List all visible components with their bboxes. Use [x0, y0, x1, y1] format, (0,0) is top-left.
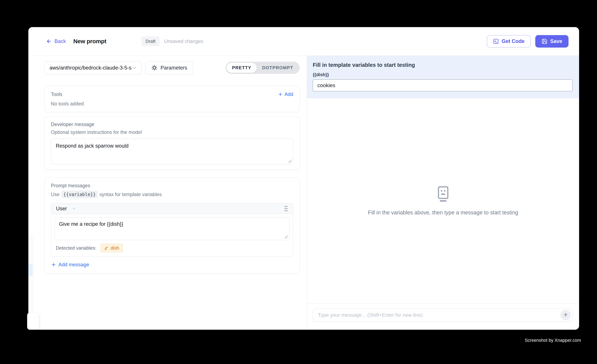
empty-state-text: Fill in the variables above, then type a… [368, 210, 518, 216]
model-row: aws/anthropic/bedrock-claude-3-5-s... Pa… [44, 61, 300, 74]
drag-handle[interactable] [283, 205, 289, 212]
model-selector[interactable]: aws/anthropic/bedrock-claude-3-5-s... [44, 61, 141, 74]
top-bar: Back New prompt Draft Unsaved changes Ge… [28, 27, 579, 56]
developer-message-textarea[interactable]: Respond as jack sparrow would [51, 139, 293, 164]
prompt-editor-panel: aws/anthropic/bedrock-claude-3-5-s... Pa… [28, 56, 307, 329]
model-selector-value: aws/anthropic/bedrock-claude-3-5-s... [49, 65, 132, 71]
unsaved-changes-note: Unsaved changes [164, 38, 203, 44]
topbar-actions: Get Code Save [487, 35, 568, 48]
resize-grip-icon[interactable] [288, 159, 292, 163]
role-selector[interactable]: User [56, 206, 77, 212]
developer-message-card: Developer message Optional system instru… [44, 116, 300, 170]
role-value: User [56, 206, 67, 212]
prompt-messages-title: Prompt messages [51, 183, 293, 189]
pencil-icon [104, 246, 109, 250]
get-code-label: Get Code [502, 38, 525, 44]
add-tool-button[interactable]: Add [278, 91, 293, 97]
add-tool-label: Add [284, 91, 293, 97]
sidebar-edge-strip [28, 234, 34, 312]
message-content-value: Give me a recipe for {{dish}} [59, 221, 123, 227]
detected-variables-label: Detected variables: [56, 245, 96, 251]
arrow-up-icon [563, 312, 568, 318]
tools-empty-text: No tools added [51, 101, 293, 107]
tools-card: Tools Add No tools added [44, 86, 300, 112]
resize-grip-icon[interactable] [284, 235, 288, 239]
prompt-tester-panel: Fill in template variables to start test… [307, 56, 579, 329]
floating-corner-card [27, 313, 39, 330]
chat-message-input[interactable] [318, 312, 560, 318]
get-code-button[interactable]: Get Code [487, 35, 531, 48]
tools-card-header: Tools Add [51, 91, 293, 97]
chevron-down-icon [72, 206, 77, 211]
save-label: Save [550, 38, 562, 44]
robot-face-icon [436, 186, 450, 203]
variable-chip-label: dish [110, 245, 119, 251]
back-label: Back [55, 38, 66, 44]
message-body: Give me a recipe for {{dish}} [51, 214, 293, 240]
message-content-textarea[interactable]: Give me a recipe for {{dish}} [55, 217, 289, 240]
status-badge: Draft [141, 37, 160, 46]
toggle-pretty[interactable]: PRETTY [227, 63, 257, 73]
developer-message-subtitle: Optional system instructions for the mod… [51, 129, 293, 135]
variable-chip-dish[interactable]: dish [101, 244, 123, 252]
send-message-button[interactable] [560, 310, 571, 320]
message-role-row: User [51, 203, 293, 214]
plus-icon [51, 262, 56, 267]
add-message-label: Add message [58, 262, 89, 267]
syntax-prefix: Use [51, 192, 60, 197]
back-button[interactable]: Back [46, 38, 66, 45]
chat-input-bar [313, 309, 573, 322]
syntax-suffix: syntax for template variables [99, 192, 162, 197]
back-arrow-icon [46, 38, 52, 45]
page-title: New prompt [73, 38, 106, 45]
toggle-dotprompt[interactable]: DOTPROMPT [257, 63, 299, 73]
chevron-down-icon [132, 65, 137, 70]
chat-input-container [307, 303, 579, 329]
developer-message-title: Developer message [51, 121, 293, 127]
sidebar-active-item [28, 264, 33, 276]
plus-icon [278, 92, 283, 97]
variable-syntax-chip: {{variable}} [62, 191, 98, 198]
desktop-background: Back New prompt Draft Unsaved changes Ge… [0, 0, 597, 364]
detected-variables-row: Detected variables: dish [51, 240, 293, 256]
add-message-button[interactable]: Add message [51, 262, 293, 267]
chat-empty-state: Fill in the variables above, then type a… [307, 99, 579, 303]
variable-key-label: {{dish}} [313, 72, 573, 77]
variable-value-input[interactable] [313, 79, 573, 91]
watermark-text: Screenshot by Xnapper.com [525, 338, 581, 343]
prompt-message-block: User Give me a recipe for {{dish}} [51, 203, 293, 257]
syntax-help-line: Use {{variable}} syntax for template var… [51, 191, 293, 198]
tools-title: Tools [51, 91, 62, 97]
view-mode-toggle: PRETTY DOTPROMPT [226, 62, 300, 74]
gear-icon [151, 65, 157, 71]
developer-message-value: Respond as jack sparrow would [56, 143, 129, 149]
prompt-messages-card: Prompt messages Use {{variable}} syntax … [44, 177, 300, 273]
parameters-label: Parameters [160, 65, 187, 71]
main-content: aws/anthropic/bedrock-claude-3-5-s... Pa… [28, 56, 579, 329]
parameters-button[interactable]: Parameters [145, 61, 193, 74]
save-button[interactable]: Save [535, 35, 568, 48]
app-window: Back New prompt Draft Unsaved changes Ge… [28, 27, 579, 330]
variables-section-title: Fill in template variables to start test… [313, 62, 573, 68]
template-variables-section: Fill in template variables to start test… [307, 56, 579, 99]
code-terminal-icon [493, 38, 499, 44]
save-floppy-icon [542, 38, 548, 44]
drag-dots-icon [283, 205, 289, 212]
